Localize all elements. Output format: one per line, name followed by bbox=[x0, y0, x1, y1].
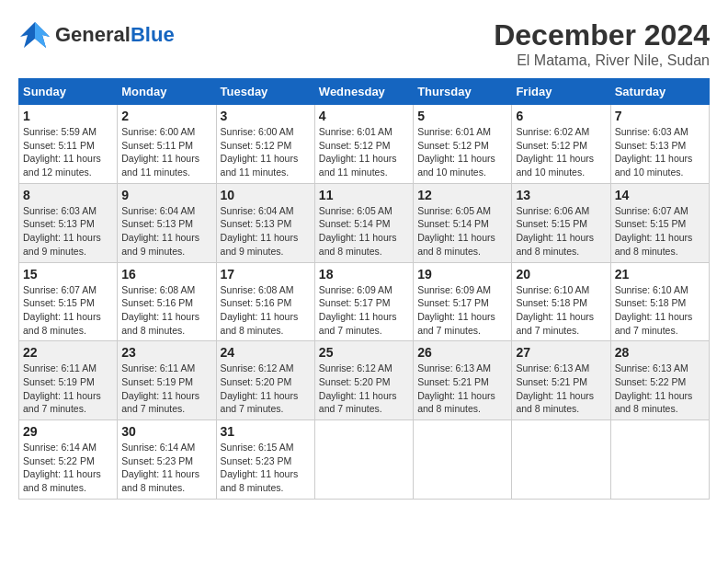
day-info: Sunrise: 6:14 AMSunset: 5:23 PMDaylight:… bbox=[121, 441, 211, 495]
calendar-day-cell: 28Sunrise: 6:13 AMSunset: 5:22 PMDayligh… bbox=[610, 341, 709, 420]
calendar-day-cell: 23Sunrise: 6:11 AMSunset: 5:19 PMDayligh… bbox=[118, 341, 216, 420]
day-info: Sunrise: 6:06 AMSunset: 5:15 PMDaylight:… bbox=[516, 204, 606, 259]
calendar-day-cell: 30Sunrise: 6:14 AMSunset: 5:23 PMDayligh… bbox=[118, 420, 216, 500]
calendar-day-cell: 18Sunrise: 6:09 AMSunset: 5:17 PMDayligh… bbox=[314, 262, 413, 341]
day-number: 21 bbox=[615, 267, 705, 282]
location-title: El Matama, River Nile, Sudan bbox=[494, 52, 710, 69]
calendar-day-header: Saturday bbox=[610, 79, 709, 105]
calendar-week-row: 22Sunrise: 6:11 AMSunset: 5:19 PMDayligh… bbox=[19, 341, 710, 420]
day-info: Sunrise: 6:09 AMSunset: 5:17 PMDaylight:… bbox=[319, 283, 409, 338]
day-info: Sunrise: 6:01 AMSunset: 5:12 PMDaylight:… bbox=[417, 125, 507, 179]
calendar-day-cell: 4Sunrise: 6:01 AMSunset: 5:12 PMDaylight… bbox=[314, 105, 413, 184]
calendar-day-cell: 13Sunrise: 6:06 AMSunset: 5:15 PMDayligh… bbox=[512, 183, 610, 262]
day-info: Sunrise: 6:03 AMSunset: 5:13 PMDaylight:… bbox=[23, 204, 113, 259]
calendar-week-row: 8Sunrise: 6:03 AMSunset: 5:13 PMDaylight… bbox=[19, 183, 710, 262]
calendar-day-cell: 26Sunrise: 6:13 AMSunset: 5:21 PMDayligh… bbox=[414, 341, 512, 420]
day-number: 31 bbox=[221, 424, 311, 439]
calendar-day-cell: 24Sunrise: 6:12 AMSunset: 5:20 PMDayligh… bbox=[216, 341, 314, 420]
calendar-day-header: Sunday bbox=[19, 79, 118, 105]
day-info: Sunrise: 6:07 AMSunset: 5:15 PMDaylight:… bbox=[615, 204, 705, 259]
day-info: Sunrise: 6:14 AMSunset: 5:22 PMDaylight:… bbox=[23, 441, 113, 495]
day-number: 26 bbox=[417, 345, 507, 360]
day-number: 22 bbox=[23, 345, 113, 360]
day-info: Sunrise: 6:11 AMSunset: 5:19 PMDaylight:… bbox=[121, 362, 211, 416]
calendar-day-cell: 31Sunrise: 6:15 AMSunset: 5:23 PMDayligh… bbox=[216, 420, 314, 500]
day-number: 16 bbox=[121, 267, 211, 282]
calendar-day-cell: 15Sunrise: 6:07 AMSunset: 5:15 PMDayligh… bbox=[19, 262, 118, 341]
day-info: Sunrise: 6:01 AMSunset: 5:12 PMDaylight:… bbox=[319, 125, 409, 179]
calendar-day-cell: 12Sunrise: 6:05 AMSunset: 5:14 PMDayligh… bbox=[414, 183, 512, 262]
day-number: 8 bbox=[23, 188, 113, 202]
day-info: Sunrise: 6:15 AMSunset: 5:23 PMDaylight:… bbox=[221, 441, 311, 495]
calendar-day-cell: 29Sunrise: 6:14 AMSunset: 5:22 PMDayligh… bbox=[19, 420, 118, 500]
day-number: 30 bbox=[121, 424, 211, 439]
calendar-day-cell: 2Sunrise: 6:00 AMSunset: 5:11 PMDaylight… bbox=[118, 105, 216, 184]
day-info: Sunrise: 6:03 AMSunset: 5:13 PMDaylight:… bbox=[615, 125, 705, 179]
calendar-day-cell: 5Sunrise: 6:01 AMSunset: 5:12 PMDaylight… bbox=[414, 105, 512, 184]
day-info: Sunrise: 6:13 AMSunset: 5:21 PMDaylight:… bbox=[516, 362, 606, 416]
calendar-day-cell bbox=[610, 420, 709, 500]
day-number: 17 bbox=[221, 267, 311, 282]
day-number: 27 bbox=[516, 345, 606, 360]
day-number: 28 bbox=[615, 345, 705, 360]
day-info: Sunrise: 6:10 AMSunset: 5:18 PMDaylight:… bbox=[516, 283, 606, 338]
day-number: 6 bbox=[516, 109, 606, 123]
calendar-day-cell: 6Sunrise: 6:02 AMSunset: 5:12 PMDaylight… bbox=[512, 105, 610, 184]
day-number: 24 bbox=[221, 345, 311, 360]
day-number: 13 bbox=[516, 188, 606, 202]
calendar-day-cell: 20Sunrise: 6:10 AMSunset: 5:18 PMDayligh… bbox=[512, 262, 610, 341]
calendar-day-cell: 16Sunrise: 6:08 AMSunset: 5:16 PMDayligh… bbox=[118, 262, 216, 341]
day-number: 1 bbox=[23, 109, 113, 123]
logo-general-text: General bbox=[55, 23, 131, 46]
logo-bird-icon bbox=[18, 18, 51, 52]
day-number: 20 bbox=[516, 267, 606, 282]
title-section: December 2024 El Matama, River Nile, Sud… bbox=[494, 18, 710, 69]
calendar-week-row: 15Sunrise: 6:07 AMSunset: 5:15 PMDayligh… bbox=[19, 262, 710, 341]
calendar-day-cell: 22Sunrise: 6:11 AMSunset: 5:19 PMDayligh… bbox=[19, 341, 118, 420]
calendar-day-cell: 25Sunrise: 6:12 AMSunset: 5:20 PMDayligh… bbox=[314, 341, 413, 420]
calendar-header-row: SundayMondayTuesdayWednesdayThursdayFrid… bbox=[19, 79, 710, 105]
calendar-week-row: 29Sunrise: 6:14 AMSunset: 5:22 PMDayligh… bbox=[19, 420, 710, 500]
day-info: Sunrise: 6:07 AMSunset: 5:15 PMDaylight:… bbox=[23, 283, 113, 338]
logo: GeneralBlue bbox=[18, 18, 175, 52]
day-info: Sunrise: 6:04 AMSunset: 5:13 PMDaylight:… bbox=[221, 204, 311, 259]
calendar-day-cell: 7Sunrise: 6:03 AMSunset: 5:13 PMDaylight… bbox=[610, 105, 709, 184]
calendar-day-cell: 3Sunrise: 6:00 AMSunset: 5:12 PMDaylight… bbox=[216, 105, 314, 184]
day-number: 29 bbox=[23, 424, 113, 439]
calendar-day-cell: 1Sunrise: 5:59 AMSunset: 5:11 PMDaylight… bbox=[19, 105, 118, 184]
calendar-week-row: 1Sunrise: 5:59 AMSunset: 5:11 PMDaylight… bbox=[19, 105, 710, 184]
day-info: Sunrise: 6:12 AMSunset: 5:20 PMDaylight:… bbox=[221, 362, 311, 416]
day-number: 2 bbox=[121, 109, 211, 123]
day-number: 15 bbox=[23, 267, 113, 282]
calendar-day-cell: 21Sunrise: 6:10 AMSunset: 5:18 PMDayligh… bbox=[610, 262, 709, 341]
day-info: Sunrise: 6:08 AMSunset: 5:16 PMDaylight:… bbox=[121, 283, 211, 338]
day-info: Sunrise: 6:08 AMSunset: 5:16 PMDaylight:… bbox=[221, 283, 311, 338]
calendar-day-header: Tuesday bbox=[216, 79, 314, 105]
day-number: 5 bbox=[417, 109, 507, 123]
logo-blue-text: Blue bbox=[131, 23, 175, 46]
day-info: Sunrise: 6:05 AMSunset: 5:14 PMDaylight:… bbox=[319, 204, 409, 259]
day-info: Sunrise: 6:11 AMSunset: 5:19 PMDaylight:… bbox=[23, 362, 113, 416]
day-number: 11 bbox=[319, 188, 409, 202]
day-number: 18 bbox=[319, 267, 409, 282]
calendar-table: SundayMondayTuesdayWednesdayThursdayFrid… bbox=[18, 78, 710, 500]
calendar-day-cell bbox=[512, 420, 610, 500]
day-info: Sunrise: 6:12 AMSunset: 5:20 PMDaylight:… bbox=[319, 362, 409, 416]
calendar-day-cell: 27Sunrise: 6:13 AMSunset: 5:21 PMDayligh… bbox=[512, 341, 610, 420]
day-info: Sunrise: 6:09 AMSunset: 5:17 PMDaylight:… bbox=[417, 283, 507, 338]
calendar-day-cell bbox=[414, 420, 512, 500]
day-info: Sunrise: 6:13 AMSunset: 5:22 PMDaylight:… bbox=[615, 362, 705, 416]
calendar-day-header: Wednesday bbox=[314, 79, 413, 105]
day-number: 7 bbox=[615, 109, 705, 123]
calendar-day-cell: 9Sunrise: 6:04 AMSunset: 5:13 PMDaylight… bbox=[118, 183, 216, 262]
day-number: 19 bbox=[417, 267, 507, 282]
page-header: GeneralBlue December 2024 El Matama, Riv… bbox=[18, 18, 710, 69]
day-info: Sunrise: 6:05 AMSunset: 5:14 PMDaylight:… bbox=[417, 204, 507, 259]
day-info: Sunrise: 6:10 AMSunset: 5:18 PMDaylight:… bbox=[615, 283, 705, 338]
calendar-day-header: Monday bbox=[118, 79, 216, 105]
calendar-day-cell: 11Sunrise: 6:05 AMSunset: 5:14 PMDayligh… bbox=[314, 183, 413, 262]
day-number: 25 bbox=[319, 345, 409, 360]
calendar-day-cell: 8Sunrise: 6:03 AMSunset: 5:13 PMDaylight… bbox=[19, 183, 118, 262]
day-number: 3 bbox=[221, 109, 311, 123]
month-title: December 2024 bbox=[494, 18, 710, 52]
